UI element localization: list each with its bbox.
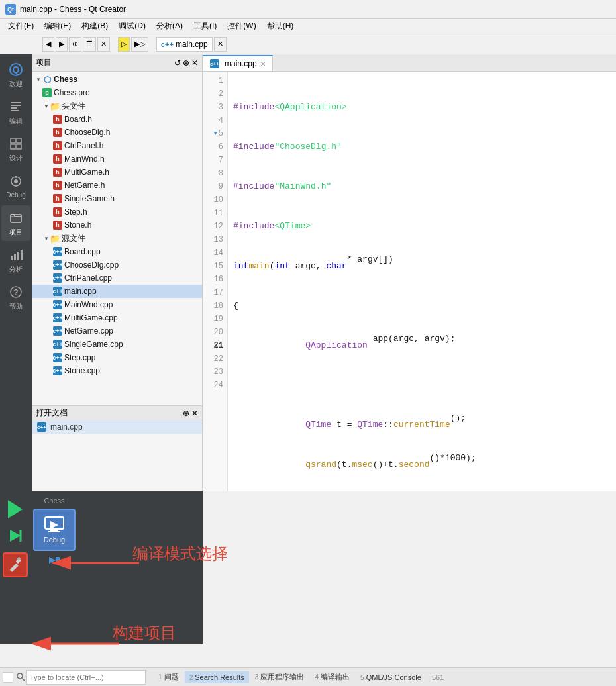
toolbar-btn-2[interactable]: ▶ xyxy=(56,37,68,52)
panel-sync-btn[interactable]: ↺ xyxy=(174,58,181,68)
tree-item-mainwnd-cpp[interactable]: c++ MainWnd.cpp xyxy=(32,298,202,311)
line-num-6: 6 xyxy=(203,140,227,154)
tree-item-stone-cpp[interactable]: c++ Stone.cpp xyxy=(32,364,202,377)
toolbar: ◀ ▶ ⊕ ☰ ✕ ▷ ▶▷ c++ main.cpp ✕ xyxy=(0,34,616,54)
search-icon xyxy=(16,672,26,683)
tree-label-ctrlpanel-h: CtrlPanel.h xyxy=(64,141,103,150)
open-doc-main-cpp[interactable]: c++ main.cpp xyxy=(32,420,202,434)
tree-item-multigame-cpp[interactable]: c++ MultiGame.cpp xyxy=(32,311,202,324)
svg-point-11 xyxy=(14,179,18,183)
tree-label-multigame-h: MultiGame.h xyxy=(64,168,109,177)
tree-item-chess-pro[interactable]: p Chess.pro xyxy=(32,86,202,99)
status-tab-app-output[interactable]: 3 应用程序输出 xyxy=(250,670,309,684)
status-tab-search-results[interactable]: 2 Search Results xyxy=(185,671,249,683)
toolbar-btn-3[interactable]: ⊕ xyxy=(69,37,81,52)
toolbar-btn-5[interactable]: ✕ xyxy=(97,37,110,52)
tree-item-choosedlg-cpp[interactable]: c++ ChooseDlg.cpp xyxy=(32,258,202,271)
build-button[interactable] xyxy=(3,552,28,577)
status-bar: 1 问题 2 Search Results 3 应用程序输出 4 编译输出 5 … xyxy=(0,667,616,686)
tree-item-singlegame-cpp[interactable]: c++ SingleGame.cpp xyxy=(32,338,202,351)
status-tab-compile-output[interactable]: 4 编译输出 xyxy=(310,670,354,684)
line-num-8: 8 xyxy=(203,167,227,180)
tree-item-main-cpp[interactable]: c++ main.cpp xyxy=(32,285,202,298)
tree-item-multigame-h[interactable]: h MultiGame.h xyxy=(32,166,202,179)
activity-design[interactable]: 设计 xyxy=(1,131,30,167)
tree-item-netgame-cpp[interactable]: c++ NetGame.cpp xyxy=(32,324,202,338)
svg-marker-30 xyxy=(49,557,56,564)
menu-help[interactable]: 帮助(H) xyxy=(262,19,299,33)
tree-root-label: Chess xyxy=(54,75,77,84)
edit-icon xyxy=(8,99,24,115)
tree-item-ctrlpanel-h[interactable]: h CtrlPanel.h xyxy=(32,139,202,152)
svg-marker-21 xyxy=(10,530,21,542)
debug-label: Debug xyxy=(6,191,25,199)
docs-pin-btn[interactable]: ⊕ xyxy=(183,409,189,418)
menu-edit[interactable]: 编辑(E) xyxy=(39,19,76,33)
activity-help[interactable]: ? 帮助 xyxy=(1,279,30,315)
hammer-icon xyxy=(7,557,23,573)
tree-item-step-h[interactable]: h Step.h xyxy=(32,205,202,219)
tree-item-stone-h[interactable]: h Stone.h xyxy=(32,219,202,232)
menu-analyze[interactable]: 分析(A) xyxy=(151,19,188,33)
right-arrow-icon xyxy=(48,554,61,567)
code-line-3: #include "MainWnd.h" xyxy=(233,180,611,193)
menu-build[interactable]: 构建(B) xyxy=(76,19,113,33)
activity-analyze[interactable]: 分析 xyxy=(1,242,30,278)
code-editor[interactable]: 1 2 3 4 ▼5 6 7 8 9 10 11 12 13 14 15 16 … xyxy=(203,72,616,491)
menu-debug[interactable]: 调试(D) xyxy=(113,19,151,33)
tree-item-mainwnd-h[interactable]: h MainWnd.h xyxy=(32,152,202,166)
tree-folder-sources[interactable]: ▼ 📁 源文件 xyxy=(32,232,202,245)
status-tab-issues[interactable]: 1 问题 xyxy=(154,670,183,684)
svg-rect-31 xyxy=(56,557,60,564)
tree-item-board-h[interactable]: h Board.h xyxy=(32,113,202,126)
locate-input[interactable] xyxy=(26,670,146,685)
panel-close-btn[interactable]: ✕ xyxy=(191,58,198,68)
tree-item-board-cpp[interactable]: c++ Board.cpp xyxy=(32,245,202,258)
line-num-22: 22 xyxy=(203,352,227,366)
tab-close-btn[interactable]: ✕ xyxy=(260,60,266,68)
toolbar-btn-1[interactable]: ◀ xyxy=(42,37,54,52)
tree-item-singlegame-h[interactable]: h SingleGame.h xyxy=(32,192,202,205)
line-num-15: 15 xyxy=(203,260,227,273)
chess-build-selector: Chess Debug xyxy=(33,497,76,567)
menu-file[interactable]: 文件(F) xyxy=(3,19,39,33)
cpp-icon: c++ xyxy=(53,353,62,362)
svg-rect-4 xyxy=(11,107,17,109)
activity-debug[interactable]: Debug xyxy=(1,168,30,204)
menu-tools[interactable]: 工具(I) xyxy=(188,19,222,33)
tree-label-sources: 源文件 xyxy=(62,233,85,244)
tree-root-chess[interactable]: ▼ ⬡ Chess xyxy=(32,73,202,86)
tree-item-ctrlpanel-cpp[interactable]: c++ CtrlPanel.cpp xyxy=(32,271,202,285)
svg-rect-7 xyxy=(17,138,21,143)
cpp-icon: c++ xyxy=(53,340,62,349)
debug-step-button[interactable] xyxy=(3,523,28,548)
toolbar-btn-4[interactable]: ☰ xyxy=(83,37,96,52)
cpp-icon: c++ xyxy=(53,326,62,336)
status-tab-qml-console[interactable]: 5 QML/JS Console xyxy=(356,671,426,683)
cpp-icon: c++ xyxy=(53,300,62,309)
toolbar-btn-7[interactable]: ▶▷ xyxy=(131,37,148,52)
toolbar-btn-6[interactable]: ▷ xyxy=(118,37,130,52)
activity-edit[interactable]: 编辑 xyxy=(1,94,30,130)
tree-item-choosedlg-h[interactable]: h ChooseDlg.h xyxy=(32,126,202,139)
design-label: 设计 xyxy=(9,154,23,163)
tree-folder-headers[interactable]: ▼ 📁 头文件 xyxy=(32,99,202,113)
activity-welcome[interactable]: Q 欢迎 xyxy=(1,57,30,93)
tree-item-netgame-h[interactable]: h NetGame.h xyxy=(32,179,202,192)
docs-close-btn[interactable]: ✕ xyxy=(191,409,198,418)
line-num-20: 20 xyxy=(203,326,227,339)
status-checkbox[interactable] xyxy=(3,672,13,683)
activity-project[interactable]: 项目 xyxy=(1,205,30,241)
run-button[interactable] xyxy=(3,497,28,522)
tree-label-stone-h: Stone.h xyxy=(64,220,91,230)
cpp-icon: c++ xyxy=(53,247,62,256)
tree-item-step-cpp[interactable]: c++ Step.cpp xyxy=(32,351,202,364)
menu-controls[interactable]: 控件(W) xyxy=(222,19,261,33)
tree-label-netgame-cpp: NetGame.cpp xyxy=(64,326,113,336)
editor-tab-main-cpp[interactable]: c++ main.cpp ✕ xyxy=(203,55,273,71)
code-content[interactable]: #include <QApplication> #include "Choose… xyxy=(228,72,616,491)
panel-pin-btn[interactable]: ⊕ xyxy=(183,58,189,68)
toolbar-close-file[interactable]: ✕ xyxy=(214,37,227,52)
window-title: main.cpp - Chess - Qt Creator xyxy=(20,5,126,14)
debug-mode-selector[interactable]: Debug xyxy=(33,509,76,551)
